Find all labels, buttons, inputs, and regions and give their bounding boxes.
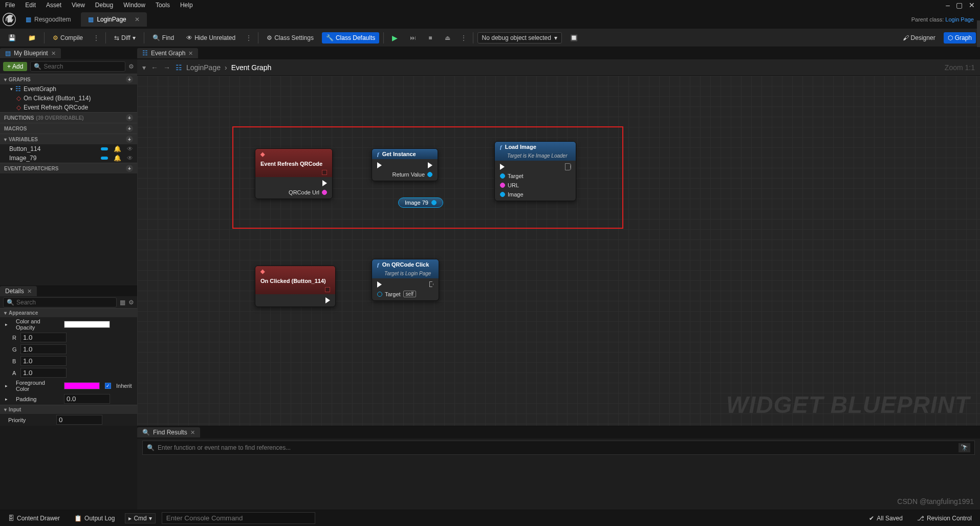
debug-object-dropdown[interactable]: No debug object selected ▾ [477,32,562,43]
grid-icon[interactable]: ▦ [120,299,125,306]
tab-loginpage[interactable]: ▦ LoginPage ✕ [81,12,146,27]
menu-file[interactable]: File [5,2,15,9]
content-drawer-button[interactable]: 🗄 Content Drawer [4,513,64,523]
exec-out-pin[interactable] [325,297,330,303]
settings-icon[interactable]: ⚙ [128,299,134,306]
class-settings-button[interactable]: ⚙ Class Settings [263,32,318,43]
tree-eventgraph[interactable]: ▾ ☷ EventGraph [0,84,137,94]
g-input[interactable] [20,344,67,354]
chevron-right-icon[interactable]: ▸ [5,383,8,388]
eject-button[interactable]: ⏏ [441,32,454,43]
save-button[interactable]: 💾 [4,32,20,43]
node-event-refresh-qrcode[interactable]: ◆ Event Refresh QRCode QRCode Url [255,148,333,199]
add-variable-button[interactable]: + [126,136,133,143]
node-on-clicked[interactable]: ◆ On Clicked (Button_114) [255,266,336,307]
add-function-button[interactable]: + [126,114,133,121]
details-search[interactable]: 🔍 Search [3,297,117,308]
console-input[interactable] [162,512,315,524]
eye-icon[interactable]: 👁 [127,155,133,162]
qrcode-url-pin[interactable]: QRCode Url [289,189,327,195]
tab-find-results[interactable]: 🔍 Find Results ✕ [137,427,200,437]
minimize-icon[interactable]: – [946,1,950,9]
section-functions[interactable]: FUNCTIONS (39 OVERRIDABLE) + [0,112,137,123]
section-appearance[interactable]: ▾ Appearance [0,308,137,317]
node-on-qrcode-click[interactable]: f On QRCode Click Target is Login Page T… [372,259,439,301]
tab-close-icon[interactable]: ✕ [27,288,32,295]
tab-close-icon[interactable]: ✕ [51,50,56,57]
exec-out-pin[interactable] [429,281,433,287]
delegate-pin[interactable] [325,287,330,292]
section-input[interactable]: ▾ Input [0,405,137,414]
nav-back-icon[interactable]: ← [151,63,158,72]
node-get-instance[interactable]: f Get Instance Return Value [372,148,438,181]
r-input[interactable] [20,333,67,342]
target-pin[interactable]: Targetself [377,291,416,297]
dropdown-icon[interactable]: ▾ [142,63,146,72]
play-options[interactable]: ⋮ [459,34,469,41]
menu-help[interactable]: Help [180,2,193,9]
designer-button[interactable]: 🖌 Designer [899,32,940,43]
search-input[interactable]: 🔍 Search [30,61,125,72]
tab-resgooditem[interactable]: ▦ ResgoodItem [18,12,78,27]
class-defaults-button[interactable]: 🔧 Class Defaults [322,32,379,43]
tree-on-clicked[interactable]: ◇ On Clicked (Button_114) [0,94,137,103]
menu-debug[interactable]: Debug [95,2,113,9]
hide-unrelated-button[interactable]: 👁 Hide Unrelated [182,32,239,43]
graph-canvas[interactable]: ◆ Event Refresh QRCode QRCode Url f Get … [137,76,980,426]
exec-in-pin[interactable] [377,162,382,168]
locate-button[interactable]: 🔲 [566,32,582,43]
stop-button[interactable]: ■ [424,32,436,43]
output-log-button[interactable]: 📋 Output Log [70,513,119,523]
tab-close-icon[interactable]: ✕ [190,429,195,436]
tab-my-blueprint[interactable]: ▤ My Blueprint ✕ [0,48,61,58]
section-graphs[interactable]: ▾ GRAPHS + [0,74,137,84]
graph-button[interactable]: ⬡ Graph [944,32,976,43]
alert-icon[interactable]: 🔔 [114,145,121,152]
section-event-dispatchers[interactable]: EVENT DISPATCHERS + [0,163,137,173]
chevron-right-icon[interactable]: ▸ [5,397,8,402]
target-pin[interactable]: Target [500,173,524,179]
url-pin[interactable]: URL [500,182,524,188]
skip-button[interactable]: ⏭ [406,32,420,43]
add-macro-button[interactable]: + [126,125,133,132]
fg-color-swatch[interactable] [64,382,100,389]
settings-icon[interactable]: ⚙ [128,63,134,70]
chevron-right-icon[interactable]: ▸ [5,322,8,327]
exec-in-pin[interactable] [500,164,524,170]
a-input[interactable] [20,368,67,378]
inherit-checkbox[interactable]: ✓ [105,383,111,389]
section-macros[interactable]: MACROS + [0,123,137,134]
eye-icon[interactable]: 👁 [127,145,133,152]
unreal-logo-icon[interactable] [0,10,18,29]
node-load-image[interactable]: f Load Image Target is Ke Image Loader T… [494,141,576,201]
menu-window[interactable]: Window [123,2,145,9]
tree-event-refresh[interactable]: ◇ Event Refresh QRCode [0,103,137,112]
exec-out-pin[interactable] [428,162,432,168]
add-dispatcher-button[interactable]: + [126,165,133,172]
var-output-pin[interactable] [431,200,437,205]
padding-input[interactable] [64,394,110,404]
priority-input[interactable] [56,415,102,425]
compile-options[interactable]: ⋮ [91,34,101,41]
exec-in-pin[interactable] [377,281,416,288]
b-input[interactable] [20,356,67,366]
find-button[interactable]: 🔍 Find [148,32,178,43]
cmd-dropdown[interactable]: ▸ Cmd ▾ [125,513,155,523]
diff-button[interactable]: ⇆ Diff ▾ [110,32,140,43]
section-variables[interactable]: ▾ VARIABLES + [0,134,137,144]
all-saved-indicator[interactable]: ✔ All Saved [865,513,907,523]
menu-asset[interactable]: Asset [46,2,61,9]
hide-options[interactable]: ⋮ [244,34,254,41]
image-pin[interactable]: Image [500,191,524,198]
revision-control-button[interactable]: ⎇ Revision Control [913,513,976,523]
alert-icon[interactable]: 🔔 [114,155,121,162]
close-icon[interactable]: ✕ [969,1,975,9]
compile-button[interactable]: ⚙ Compile [49,32,87,43]
return-value-pin[interactable]: Return Value [393,171,432,178]
tab-event-graph[interactable]: ☷ Event Graph ✕ [137,48,198,58]
breadcrumb-root[interactable]: LoginPage [186,63,221,72]
find-search-input[interactable]: 🔍 Enter function or event name to find r… [142,441,975,455]
maximize-icon[interactable]: ▢ [956,1,963,9]
add-button[interactable]: + Add [3,62,27,71]
menu-tools[interactable]: Tools [156,2,170,9]
